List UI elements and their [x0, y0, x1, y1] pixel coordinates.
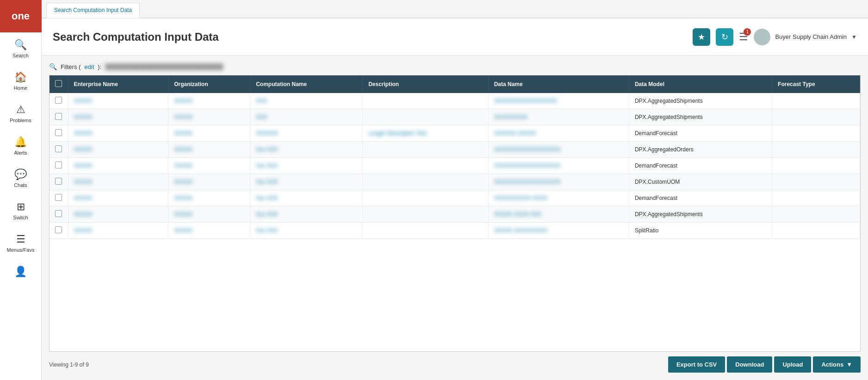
row-checkbox[interactable]	[50, 223, 68, 239]
user-area[interactable]: Buyer Supply Chain Admin ▼	[754, 29, 857, 45]
row-checkbox-input[interactable]	[55, 113, 62, 120]
upload-button[interactable]: Upload	[774, 356, 811, 373]
row-forecast-type	[772, 109, 860, 125]
tab-label: Search Computation Input Data	[54, 7, 132, 13]
table-row[interactable]: XXXXX XXXXX Xxx XXX XXXXX XXXXXXXXX Spli…	[50, 223, 860, 239]
menus-icon: ☰	[16, 233, 25, 245]
footer-buttons: Export to CSV Download Upload Actions ▼	[668, 356, 861, 373]
row-checkbox-input[interactable]	[55, 162, 62, 168]
page-header: Search Computation Input Data ★ ↻ ☰ 1 Bu…	[42, 19, 868, 56]
table-row[interactable]: XXXXX XXXXX Xxx XXX XXXXXXXXXX XXXX Dema…	[50, 190, 860, 206]
row-checkbox-input[interactable]	[55, 194, 62, 201]
sidebar-item-search[interactable]: 🔍 Search	[0, 32, 41, 65]
row-checkbox[interactable]	[50, 142, 68, 158]
row-checkbox[interactable]	[50, 109, 68, 125]
sidebar-item-label-menus: Menus/Favs	[7, 247, 35, 253]
sidebar-item-label-switch: Switch	[13, 215, 28, 220]
favorite-button[interactable]: ★	[693, 28, 710, 46]
export-csv-button[interactable]: Export to CSV	[668, 356, 725, 373]
row-data-model: DPX.AggregatedShipments	[629, 206, 772, 223]
actions-label: Actions	[821, 361, 843, 368]
row-data-model: DemandForecast	[629, 190, 772, 206]
table-row[interactable]: XXXXX XXXXX Xxx XXX XXXXXXXXXXXXXXXXXX D…	[50, 158, 860, 174]
row-data-model: DPX.AggregatedShipments	[629, 109, 772, 125]
tab-bar: Search Computation Input Data	[42, 0, 868, 19]
row-checkbox[interactable]	[50, 125, 68, 142]
app-logo[interactable]: one	[0, 0, 42, 32]
table-row[interactable]: XXXXX XXXXX Xxx XXX XXXXXXXXXXXXXXXXXX D…	[50, 174, 860, 190]
table-row[interactable]: XXXXX XXXXX Xxx XXX XXXXXXXXXXXXXXXXXX D…	[50, 142, 860, 158]
row-enterprise: XXXXX	[68, 158, 168, 174]
table-row[interactable]: XXXXX XXXXX Xxx XXX XXXXX XXXX XXX DPX.A…	[50, 206, 860, 223]
table-row[interactable]: XXXXX XXXXX XXX XXXXXXXXXXXXXXXXX DPX.Ag…	[50, 93, 860, 109]
row-computation: Xxx XXX	[250, 158, 363, 174]
row-checkbox[interactable]	[50, 190, 68, 206]
row-data-name: XXXXXXXXXXXXXXXXX	[488, 93, 629, 109]
row-checkbox-input[interactable]	[55, 210, 62, 217]
row-data-name: XXXXXXXXXXXXXXXXXX	[488, 142, 629, 158]
home-icon: 🏠	[14, 71, 27, 83]
table-wrapper[interactable]: Enterprise Name Organization Computation…	[49, 75, 861, 352]
row-checkbox[interactable]	[50, 206, 68, 223]
row-computation: Xxx XXX	[250, 206, 363, 223]
main-area: Search Computation Input Data Search Com…	[42, 0, 868, 380]
filter-search-icon: 🔍	[49, 63, 57, 70]
sidebar-item-profile[interactable]: 👤	[0, 259, 41, 286]
row-forecast-type	[772, 190, 860, 206]
actions-button[interactable]: Actions ▼	[813, 356, 861, 373]
row-computation: XXXXXX	[250, 125, 363, 142]
data-table: Enterprise Name Organization Computation…	[50, 75, 860, 239]
row-description	[363, 174, 489, 190]
row-checkbox-input[interactable]	[55, 226, 62, 233]
row-checkbox-input[interactable]	[55, 97, 62, 104]
row-organization: XXXXX	[168, 206, 250, 223]
row-forecast-type	[772, 174, 860, 190]
row-checkbox[interactable]	[50, 158, 68, 174]
row-forecast-type	[772, 206, 860, 223]
notification-area[interactable]: ☰ 1	[739, 31, 748, 43]
row-description	[363, 142, 489, 158]
row-checkbox[interactable]	[50, 174, 68, 190]
table-header-row: Enterprise Name Organization Computation…	[50, 75, 860, 93]
alerts-icon: 🔔	[14, 136, 27, 148]
row-enterprise: XXXXX	[68, 93, 168, 109]
col-header-checkbox[interactable]	[50, 75, 68, 93]
sidebar-item-chats[interactable]: 💬 Chats	[0, 162, 41, 194]
filters-edit-link[interactable]: edit	[84, 63, 94, 70]
sidebar-item-alerts[interactable]: 🔔 Alerts	[0, 130, 41, 162]
row-data-name: XXXXXXXXXXXXXXXXXX	[488, 158, 629, 174]
sidebar-item-menus[interactable]: ☰ Menus/Favs	[0, 227, 41, 259]
select-all-checkbox[interactable]	[55, 80, 62, 87]
profile-icon: 👤	[14, 266, 27, 278]
sidebar-item-problems[interactable]: ⚠ Problems	[0, 97, 41, 130]
row-description	[363, 158, 489, 174]
col-header-data-name: Data Name	[488, 75, 629, 93]
row-enterprise: XXXXX	[68, 174, 168, 190]
sidebar-item-switch[interactable]: ⊞ Switch	[0, 194, 41, 227]
refresh-icon: ↻	[721, 32, 728, 42]
sidebar-item-home[interactable]: 🏠 Home	[0, 65, 41, 97]
table-row[interactable]: XXXXX XXXXX XXX XXXXXXXXX DPX.Aggregated…	[50, 109, 860, 125]
row-organization: XXXXX	[168, 125, 250, 142]
row-data-model: SplitRatio	[629, 223, 772, 239]
tab-search-computation[interactable]: Search Computation Input Data	[46, 3, 140, 18]
row-checkbox-input[interactable]	[55, 145, 62, 152]
filters-bar: 🔍 Filters ( edit ): ████████████████████…	[49, 63, 861, 70]
row-enterprise: XXXXX	[68, 142, 168, 158]
row-computation: Xxx XXX	[250, 223, 363, 239]
row-checkbox-input[interactable]	[55, 129, 62, 136]
row-description	[363, 190, 489, 206]
download-button[interactable]: Download	[727, 356, 772, 373]
row-description	[363, 206, 489, 223]
row-data-name: XXXXXX XXXXX	[488, 125, 629, 142]
sidebar-item-label-search: Search	[12, 53, 29, 58]
refresh-button[interactable]: ↻	[716, 28, 733, 46]
table-row[interactable]: XXXXX XXXXX XXXXXX Longer Description Te…	[50, 125, 860, 142]
chevron-down-icon: ▼	[851, 34, 857, 40]
sidebar: one 🔍 Search 🏠 Home ⚠ Problems 🔔 Alerts …	[0, 0, 42, 380]
header-actions: ★ ↻ ☰ 1 Buyer Supply Chain Admin ▼	[693, 28, 857, 46]
row-checkbox-input[interactable]	[55, 178, 62, 185]
row-checkbox[interactable]	[50, 93, 68, 109]
row-data-name: XXXXXXXXXXXXXXXXXX	[488, 174, 629, 190]
row-organization: XXXXX	[168, 93, 250, 109]
